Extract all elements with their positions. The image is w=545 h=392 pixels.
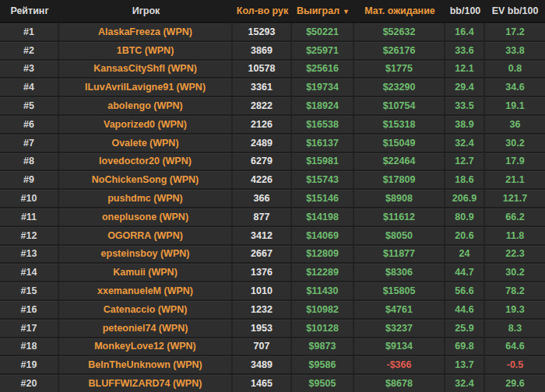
expected-value-cell: $9134 — [354, 338, 445, 355]
winnings-cell: $15743 — [292, 171, 354, 188]
table-row: #4 ILuvAvrilLavigne91 (WPN) 3361 $19734 … — [0, 79, 545, 97]
column-header-player[interactable]: Игрок — [59, 5, 233, 16]
rank-cell: #15 — [0, 282, 59, 299]
winnings-cell: $50221 — [292, 23, 354, 40]
expected-value-cell: $8678 — [354, 375, 445, 392]
expected-value-cell: $8050 — [354, 227, 445, 244]
ev-bb100-cell: 17.2 — [485, 23, 545, 40]
rank-cell: #17 — [0, 320, 59, 337]
rank-cell: #9 — [0, 171, 59, 188]
expected-value-cell: $15318 — [354, 116, 445, 133]
column-header-expected-value[interactable]: Мат. ожидание — [354, 5, 445, 16]
rank-cell: #13 — [0, 246, 59, 263]
rank-cell: #12 — [0, 227, 59, 244]
player-name-link[interactable]: OGORRA (WPN) — [59, 227, 233, 244]
player-name-link[interactable]: MonkeyLove12 (WPN) — [59, 338, 233, 355]
winnings-cell: $25971 — [292, 42, 354, 59]
player-name-link[interactable]: lovedoctor20 (WPN) — [59, 153, 233, 170]
rank-cell: #14 — [0, 264, 59, 281]
player-name-link[interactable]: BLUFFWIZARD74 (WPN) — [59, 375, 233, 392]
ev-bb100-cell: 11.8 — [485, 227, 545, 244]
hands-count-cell: 2822 — [233, 97, 292, 114]
table-row: #15 xxemanueleM (WPN) 1010 $11430 $15805… — [0, 282, 545, 301]
player-name-link[interactable]: oneplusone (WPN) — [59, 208, 233, 226]
hands-count-cell: 4226 — [233, 171, 292, 188]
hands-count-cell: 6279 — [233, 153, 292, 170]
column-header-hands[interactable]: Кол-во рук — [233, 5, 292, 16]
table-row: #9 NoChickenSong (WPN) 4226 $15743 $1780… — [0, 171, 545, 190]
table-row: #12 OGORRA (WPN) 3412 $14069 $8050 20.6 … — [0, 227, 545, 246]
expected-value-cell: $17809 — [354, 171, 445, 188]
player-name-link[interactable]: 1BTC (WPN) — [59, 42, 233, 59]
ev-bb100-cell: 64.6 — [485, 338, 545, 355]
expected-value-cell: $22464 — [354, 153, 445, 170]
bb100-cell: 44.7 — [445, 264, 485, 281]
winnings-cell: $15981 — [292, 153, 354, 170]
player-name-link[interactable]: BeInTheUnknown (WPN) — [59, 356, 233, 373]
hands-count-cell: 3412 — [233, 227, 292, 244]
table-row: #18 MonkeyLove12 (WPN) 707 $9873 $9134 6… — [0, 338, 545, 357]
leaderboard-table: Рейтинг Игрок Кол-во рук Выиграл ▼ Мат. … — [0, 0, 545, 392]
rank-cell: #4 — [0, 79, 59, 96]
hands-count-cell: 1376 — [233, 264, 292, 281]
player-name-link[interactable]: xxemanueleM (WPN) — [59, 282, 233, 299]
winnings-cell: $14198 — [292, 208, 354, 226]
table-body: #1 AlaskaFreeza (WPN) 15293 $50221 $5263… — [0, 23, 545, 392]
player-name-link[interactable]: abolengo (WPN) — [59, 97, 233, 114]
ev-bb100-cell: 121.7 — [485, 190, 545, 207]
column-header-won[interactable]: Выиграл ▼ — [292, 5, 354, 16]
winnings-cell: $16538 — [292, 116, 354, 133]
bb100-cell: 20.6 — [445, 227, 485, 244]
player-name-link[interactable]: Vaporized0 (WPN) — [59, 116, 233, 133]
ev-bb100-cell: -0.5 — [485, 356, 545, 373]
column-header-bb100[interactable]: bb/100 — [445, 5, 485, 16]
table-header-row: Рейтинг Игрок Кол-во рук Выиграл ▼ Мат. … — [0, 0, 545, 23]
winnings-cell: $11430 — [292, 282, 354, 299]
rank-cell: #2 — [0, 42, 59, 59]
winnings-cell: $18924 — [292, 97, 354, 114]
player-name-link[interactable]: peteoniel74 (WPN) — [59, 320, 233, 337]
column-header-label: Мат. ожидание — [364, 5, 435, 16]
player-name-link[interactable]: ILuvAvrilLavigne91 (WPN) — [59, 79, 233, 96]
rank-cell: #11 — [0, 208, 59, 226]
bb100-cell: 69.8 — [445, 338, 485, 355]
player-name-link[interactable]: NoChickenSong (WPN) — [59, 171, 233, 188]
expected-value-cell: $26176 — [354, 42, 445, 59]
player-name-link[interactable]: pushdmc (WPN) — [59, 190, 233, 207]
bb100-cell: 12.1 — [445, 61, 485, 78]
expected-value-cell: $15049 — [354, 135, 445, 152]
bb100-cell: 13.7 — [445, 356, 485, 373]
player-name-link[interactable]: epsteinsboy (WPN) — [59, 246, 233, 263]
winnings-cell: $25616 — [292, 61, 354, 78]
winnings-cell: $15146 — [292, 190, 354, 207]
column-header-ev-bb100[interactable]: EV bb/100 — [485, 5, 545, 16]
expected-value-cell: $11877 — [354, 246, 445, 263]
table-row: #11 oneplusone (WPN) 877 $14198 $11612 8… — [0, 208, 545, 227]
winnings-cell: $16137 — [292, 135, 354, 152]
hands-count-cell: 2126 — [233, 116, 292, 133]
hands-count-cell: 707 — [233, 338, 292, 355]
player-name-link[interactable]: AlaskaFreeza (WPN) — [59, 23, 233, 40]
bb100-cell: 24 — [445, 246, 485, 263]
winnings-cell: $10128 — [292, 320, 354, 337]
ev-bb100-cell: 19.1 — [485, 97, 545, 114]
hands-count-cell: 877 — [233, 208, 292, 226]
rank-cell: #18 — [0, 338, 59, 355]
winnings-cell: $19734 — [292, 79, 354, 96]
rank-cell: #6 — [0, 116, 59, 133]
column-header-rating[interactable]: Рейтинг — [0, 5, 59, 16]
hands-count-cell: 2489 — [233, 135, 292, 152]
player-name-link[interactable]: Catenaccio (WPN) — [59, 301, 233, 318]
ev-bb100-cell: 30.2 — [485, 135, 545, 152]
table-row: #20 BLUFFWIZARD74 (WPN) 1465 $9505 $8678… — [0, 375, 545, 392]
expected-value-cell: $4761 — [354, 301, 445, 318]
sort-desc-icon: ▼ — [343, 8, 350, 16]
winnings-cell: $9586 — [292, 356, 354, 373]
column-header-label: Рейтинг — [10, 5, 48, 16]
player-name-link[interactable]: Kamuii (WPN) — [59, 264, 233, 281]
player-name-link[interactable]: Ovalete (WPN) — [59, 135, 233, 152]
ev-bb100-cell: 78.2 — [485, 282, 545, 299]
bb100-cell: 38.9 — [445, 116, 485, 133]
player-name-link[interactable]: KansasCityShfl (WPN) — [59, 61, 233, 78]
ev-bb100-cell: 30.2 — [485, 264, 545, 281]
